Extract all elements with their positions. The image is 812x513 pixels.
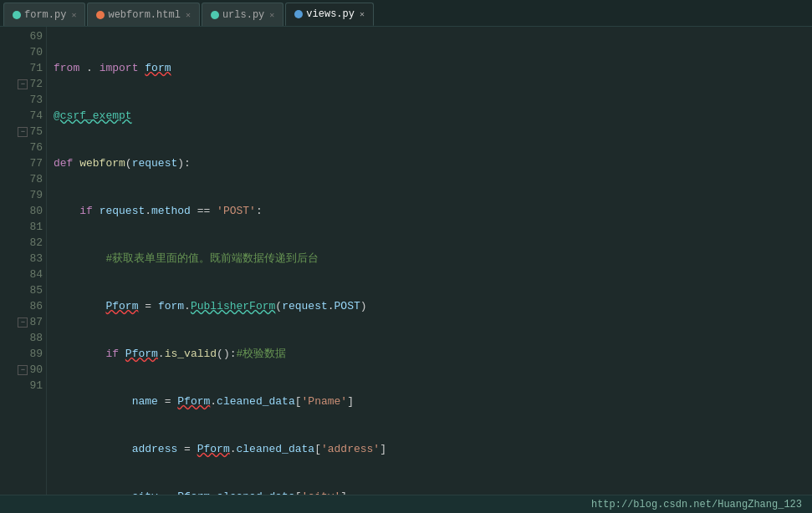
code-editor[interactable]: 69 70 71 −72 73 74 −75 76 77 78 79 80 [0,27,812,495]
line-num-82: 82 [0,235,46,251]
line-num-78: 78 [0,171,46,187]
line-num-84: 84 [0,267,46,282]
close-icon-2[interactable]: ✕ [186,10,191,20]
code-line-78: city = Pform.cleaned_data['city'] [54,489,812,495]
py-icon [13,11,21,19]
line-num-91: 91 [0,378,46,394]
line-num-74: 74 [0,108,46,124]
code-line-69: from . import form [54,60,812,76]
code-line-70-text: @csrf_exempt [54,108,132,124]
code-content[interactable]: from . import form @csrf_exempt def webf… [47,27,812,495]
tab-bar: form.py ✕ webform.html ✕ urls.py ✕ views… [0,0,812,27]
line-num-80: 80 [0,203,46,219]
fold-marker-87[interactable]: − [18,317,28,328]
line-num-86: 86 [0,298,46,314]
fold-marker-90[interactable]: − [18,365,28,375]
line-num-73: 73 [0,92,46,108]
code-line-73: #获取表单里面的值。既前端数据传递到后台 [54,251,812,267]
line-num-87: −87 [0,314,46,330]
code-line-72-text: if request.method == 'POST': [54,203,263,219]
line-num-81: 81 [0,219,46,235]
code-line-74-text: Pform = form.PublisherForm(request.POST) [54,298,367,314]
line-num-90: −90 [0,362,46,378]
code-line-74: Pform = form.PublisherForm(request.POST) [54,298,812,314]
tab-webform-html-label: webform.html [108,9,180,21]
tab-form-py[interactable]: form.py ✕ [3,3,85,26]
code-line-76: name = Pform.cleaned_data['Pname'] [54,394,812,409]
views-icon [294,10,303,18]
close-icon-3[interactable]: ✕ [269,10,274,20]
code-line-78-text: city = Pform.cleaned_data['city'] [54,489,347,495]
line-num-70: 70 [0,44,46,60]
line-num-88: 88 [0,330,46,346]
line-numbers-col: 69 70 71 −72 73 74 −75 76 77 78 79 80 [0,27,47,495]
line-num-71: 71 [0,60,46,76]
code-line-75: if Pform.is_valid():#校验数据 [54,346,812,362]
code-line-73-text: #获取表单里面的值。既前端数据传递到后台 [54,251,319,267]
editor-window: form.py ✕ webform.html ✕ urls.py ✕ views… [0,0,812,513]
code-line-75-text: if Pform.is_valid():#校验数据 [54,346,286,362]
code-line-71-text: def webform(request): [54,155,191,171]
code-line-77-text: address = Pform.cleaned_data['address'] [54,441,386,457]
line-num-79: 79 [0,187,46,203]
code-line-71: def webform(request): [54,155,812,171]
status-url: http://blog.csdn.net/HuangZhang_123 [591,499,802,510]
code-line-76-text: name = Pform.cleaned_data['Pname'] [54,394,354,409]
tab-views-py-label: views.py [306,8,355,20]
line-num-77: 77 [0,155,46,171]
line-num-76: 76 [0,140,46,155]
tab-webform-html[interactable]: webform.html ✕ [87,3,199,26]
code-line-72: if request.method == 'POST': [54,203,812,219]
line-num-89: 89 [0,346,46,362]
py-icon-2 [211,11,219,19]
code-line-77: address = Pform.cleaned_data['address'] [54,441,812,457]
code-line-70: @csrf_exempt [54,108,812,124]
line-num-85: 85 [0,282,46,298]
tab-form-py-label: form.py [24,9,66,21]
tab-urls-py[interactable]: urls.py ✕ [202,3,283,26]
code-line-69-text: from . import form [54,60,171,76]
close-icon-4[interactable]: ✕ [360,9,365,19]
close-icon[interactable]: ✕ [71,10,76,20]
fold-marker-75[interactable]: − [18,127,28,137]
html-icon [96,11,105,19]
line-num-75: −75 [0,124,46,140]
tab-urls-py-label: urls.py [222,9,264,21]
line-num-83: 83 [0,251,46,267]
line-num-72: −72 [0,76,46,92]
tab-views-py[interactable]: views.py ✕ [285,3,374,26]
line-num-69: 69 [0,28,46,44]
status-bar: http://blog.csdn.net/HuangZhang_123 [0,495,812,513]
fold-marker-72[interactable]: − [18,79,28,89]
